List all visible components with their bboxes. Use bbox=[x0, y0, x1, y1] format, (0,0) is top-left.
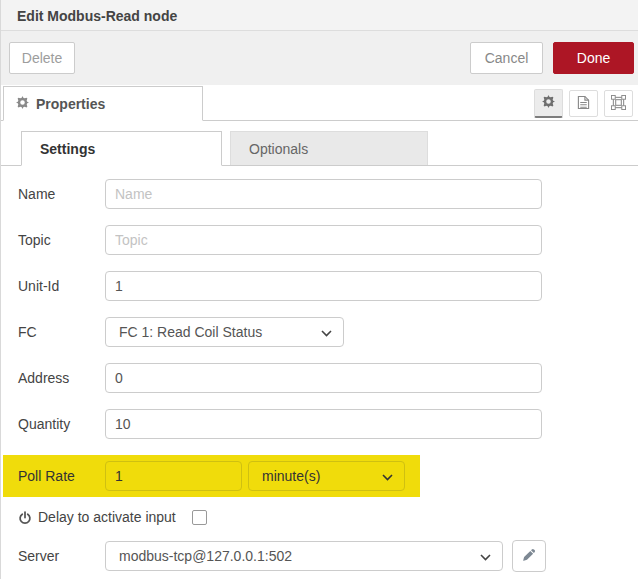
chevron-down-icon bbox=[382, 468, 393, 484]
node-properties-button[interactable] bbox=[534, 89, 563, 118]
chevron-down-icon bbox=[321, 324, 332, 340]
address-input[interactable] bbox=[105, 363, 542, 393]
editor-toolbar-icons bbox=[534, 89, 638, 117]
document-icon bbox=[577, 95, 590, 113]
cancel-button[interactable]: Cancel bbox=[470, 42, 543, 74]
poll-rate-unit-select[interactable]: minute(s) bbox=[248, 461, 405, 491]
topic-input[interactable] bbox=[105, 225, 542, 255]
delete-button[interactable]: Delete bbox=[9, 42, 75, 74]
node-appearance-button[interactable] bbox=[604, 90, 633, 117]
form-row-topic: Topic bbox=[1, 225, 638, 255]
properties-tab-label: Properties bbox=[36, 96, 105, 112]
edit-node-dialog: Edit Modbus-Read node Delete Cancel Done… bbox=[0, 0, 638, 579]
form-row-unit-id: Unit-Id bbox=[1, 271, 638, 301]
quantity-label: Quantity bbox=[18, 416, 105, 432]
settings-tab-label: Settings bbox=[40, 141, 95, 157]
form-row-delay: Delay to activate input bbox=[1, 509, 638, 525]
address-label: Address bbox=[18, 370, 105, 386]
gear-icon bbox=[542, 95, 555, 111]
poll-rate-unit-value: minute(s) bbox=[262, 468, 382, 484]
name-label: Name bbox=[18, 186, 105, 202]
power-icon bbox=[18, 511, 32, 525]
dialog-header: Edit Modbus-Read node bbox=[1, 0, 638, 31]
delay-label: Delay to activate input bbox=[38, 509, 176, 525]
tab-settings[interactable]: Settings bbox=[21, 131, 222, 166]
fc-select[interactable]: FC 1: Read Coil Status bbox=[105, 317, 344, 347]
gear-icon bbox=[16, 96, 29, 112]
appearance-frame-icon bbox=[611, 95, 626, 113]
topic-label: Topic bbox=[18, 232, 105, 248]
name-input[interactable] bbox=[105, 179, 542, 209]
properties-tab-bar: Properties bbox=[1, 85, 638, 121]
fc-select-value: FC 1: Read Coil Status bbox=[119, 324, 321, 340]
unit-id-label: Unit-Id bbox=[18, 278, 105, 294]
form-row-poll-rate: Poll Rate minute(s) bbox=[3, 455, 420, 497]
button-bar: Delete Cancel Done bbox=[1, 31, 638, 85]
form-row-server: Server modbus-tcp@127.0.0.1:502 bbox=[1, 540, 638, 572]
delay-checkbox[interactable] bbox=[192, 510, 207, 525]
tab-optionals[interactable]: Optionals bbox=[230, 131, 428, 165]
form-row-quantity: Quantity bbox=[1, 409, 638, 439]
form-row-name: Name bbox=[1, 179, 638, 209]
chevron-down-icon bbox=[480, 548, 491, 564]
form-row-fc: FC FC 1: Read Coil Status bbox=[1, 317, 638, 347]
server-select[interactable]: modbus-tcp@127.0.0.1:502 bbox=[105, 541, 503, 571]
settings-form: Name Topic Unit-Id FC FC 1: Read Coil St… bbox=[1, 166, 638, 572]
form-row-address: Address bbox=[1, 363, 638, 393]
tab-properties[interactable]: Properties bbox=[3, 86, 203, 121]
done-button[interactable]: Done bbox=[553, 42, 634, 74]
server-label: Server bbox=[18, 548, 105, 564]
node-description-button[interactable] bbox=[569, 90, 598, 117]
poll-rate-input[interactable] bbox=[105, 461, 242, 491]
server-edit-button[interactable] bbox=[512, 540, 546, 572]
poll-rate-label: Poll Rate bbox=[18, 468, 105, 484]
settings-tab-bar: Settings Optionals bbox=[1, 130, 638, 166]
pencil-icon bbox=[522, 548, 536, 565]
optionals-tab-label: Optionals bbox=[249, 141, 308, 157]
server-select-value: modbus-tcp@127.0.0.1:502 bbox=[119, 548, 480, 564]
unit-id-input[interactable] bbox=[105, 271, 542, 301]
quantity-input[interactable] bbox=[105, 409, 542, 439]
fc-label: FC bbox=[18, 324, 105, 340]
dialog-title: Edit Modbus-Read node bbox=[17, 8, 177, 24]
